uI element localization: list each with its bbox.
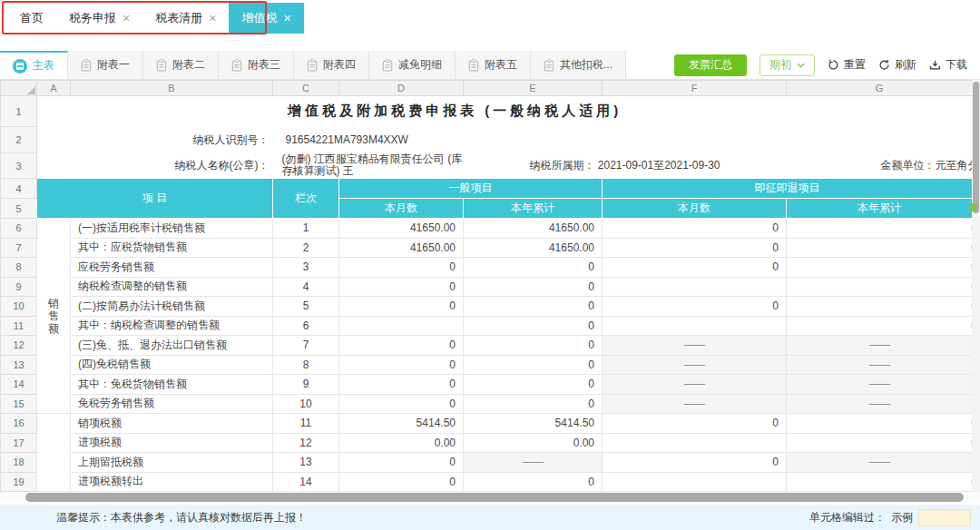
lineno-cell[interactable]: 3 [273,258,339,278]
row-number[interactable]: 13 [1,355,37,375]
row-number[interactable]: 17 [1,433,37,453]
value-cell[interactable]: 0 [787,238,973,258]
row-number[interactable]: 10 [1,297,37,317]
item-cell[interactable]: 进项税额转出 [71,472,273,492]
row-number[interactable]: 19 [1,472,37,492]
value-cell[interactable]: 0 [339,336,464,356]
value-cell[interactable]: 0 [603,453,787,473]
value-cell[interactable]: 0 [787,219,973,239]
group-cell[interactable]: 销 售 额 [37,219,71,414]
subtab[interactable]: 附表二 [143,51,219,79]
taxpayer-id-label[interactable]: 纳税人识别号： [37,127,273,153]
row-number[interactable]: 18 [1,453,37,473]
lineno-cell[interactable]: 8 [273,355,339,375]
horizontal-scrollbar[interactable] [0,492,980,503]
close-icon[interactable]: × [209,12,216,25]
tax-period-cell[interactable]: 纳税所属期： 2021-09-01至2021-09-30 [464,153,787,179]
value-cell[interactable]: 0 [339,453,464,473]
close-icon[interactable]: × [283,12,290,25]
lineno-cell[interactable]: 2 [273,238,339,258]
lineno-cell[interactable]: 6 [273,316,339,336]
value-cell[interactable]: 0 [339,277,464,297]
value-cell[interactable]: 0 [787,433,973,453]
value-cell[interactable]: 0 [464,375,603,395]
row-number[interactable]: 11 [1,316,37,336]
row-number[interactable]: 3 [1,153,37,179]
value-cell[interactable]: 0 [787,414,973,434]
lineno-cell[interactable]: 5 [273,297,339,317]
value-cell[interactable]: 41650.00 [464,238,603,258]
value-cell[interactable]: 0 [464,316,603,336]
item-cell[interactable]: (二)按简易办法计税销售额 [71,297,273,317]
refresh-button[interactable]: 刷新 [878,57,916,73]
taxpayer-id-value[interactable]: 91654221MA793M4XXW [273,127,603,153]
lineno-cell[interactable]: 14 [273,472,339,492]
value-cell[interactable]: 0.00 [339,433,464,453]
value-cell[interactable]: —— [787,336,973,356]
row-number[interactable]: 15 [1,394,37,414]
value-cell[interactable]: 0 [339,355,464,375]
empty-cell[interactable] [603,127,973,153]
column-letter[interactable]: G [787,81,973,96]
row-number[interactable]: 6 [1,219,37,239]
value-cell[interactable]: 0 [787,277,973,297]
item-cell[interactable]: 纳税检查调整的销售额 [71,277,273,297]
download-button[interactable]: 下载 [929,57,967,73]
row-number[interactable]: 5 [1,199,37,219]
value-cell[interactable]: 0 [603,238,787,258]
column-letter[interactable]: F [603,81,787,96]
reset-button[interactable]: 重置 [828,57,866,73]
value-cell[interactable] [603,316,787,336]
item-cell[interactable]: 进项税额 [71,433,273,453]
item-cell[interactable]: 上期留抵税额 [71,453,273,473]
lineno-cell[interactable]: 4 [273,277,339,297]
column-letter[interactable]: B [71,81,273,96]
value-cell[interactable]: —— [603,375,787,395]
item-cell[interactable]: 应税劳务销售额 [71,258,273,278]
value-cell[interactable]: 41650.00 [339,238,464,258]
value-cell[interactable]: —— [787,375,973,395]
value-cell[interactable]: —— [464,453,603,473]
value-cell[interactable]: —— [787,355,973,375]
value-cell[interactable]: —— [603,355,787,375]
row-number[interactable]: 4 [1,179,37,199]
value-cell[interactable]: 41650.00 [464,219,603,239]
value-cell[interactable]: 0 [464,297,603,317]
group-cell[interactable] [37,414,71,492]
taxpayer-name-label[interactable]: 纳税人名称(公章)： [37,153,273,179]
subtab[interactable]: 减免明细 [369,51,456,79]
value-cell[interactable]: 0 [339,297,464,317]
value-cell[interactable]: 0 [603,297,787,317]
vertical-scrollbar[interactable] [972,80,980,492]
row-number[interactable]: 12 [1,336,37,356]
value-cell[interactable]: 0 [603,219,787,239]
item-cell[interactable]: (三)免、抵、退办法出口销售额 [71,336,273,356]
value-cell[interactable]: 0 [787,297,973,317]
value-cell[interactable]: 0 [339,472,464,492]
close-icon[interactable]: × [122,12,130,25]
column-letter[interactable]: A [37,81,71,96]
row-number[interactable]: 14 [1,375,37,395]
lineno-cell[interactable]: 10 [273,394,339,414]
column-letter[interactable]: C [273,81,339,96]
value-cell[interactable]: —— [603,336,787,356]
column-letter[interactable]: E [464,81,603,96]
sheet-title[interactable]: 增值税及附加税费申报表 (一般纳税人适用) [37,96,973,127]
subtab[interactable]: 附表五 [456,51,531,79]
lineno-cell[interactable]: 11 [273,414,339,434]
period-dropdown[interactable]: 期初 [760,54,815,76]
value-cell[interactable]: 0 [464,355,603,375]
value-cell[interactable]: 0.00 [464,433,603,453]
item-cell[interactable]: 其中：应税货物销售额 [71,238,273,258]
lineno-cell[interactable]: 9 [273,375,339,395]
item-cell[interactable]: 其中：免税货物销售额 [71,375,273,395]
item-cell[interactable]: 其中：纳税检查调整的销售额 [71,316,273,336]
taxpayer-name-value[interactable]: (勿删) 江西服宝精品有限责任公司 (库存核算测试) 王 [273,153,464,179]
lineno-cell[interactable]: 12 [273,433,339,453]
row-number[interactable]: 16 [1,414,37,434]
row-number[interactable]: 1 [1,96,37,127]
value-cell[interactable] [603,433,787,453]
vertical-scrollbar-thumb[interactable] [973,82,979,213]
top-tab[interactable]: 税务申报 × [56,3,142,34]
value-cell[interactable] [339,316,464,336]
